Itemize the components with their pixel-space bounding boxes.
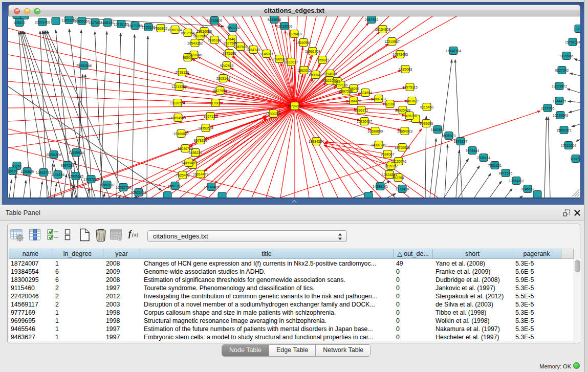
graph-node-label: 12905185 bbox=[68, 174, 83, 178]
graph-node-label: 19654923 bbox=[397, 129, 412, 133]
table-row[interactable]: 911546021997Tourette syndrome. Phenomeno… bbox=[9, 284, 561, 292]
table-row[interactable]: 1456911722003Disruption of a novel membe… bbox=[9, 300, 561, 309]
cell-name: 9699695 bbox=[9, 317, 52, 325]
table-selector-dropdown[interactable]: citations_edges.txt bbox=[147, 230, 347, 242]
cell-out_de: 0 bbox=[394, 268, 433, 276]
graph-node-label: 16648784 bbox=[446, 49, 461, 53]
tab-node-table[interactable]: Node Table bbox=[222, 345, 269, 356]
graph-node[interactable] bbox=[364, 192, 373, 200]
cell-year: 2009 bbox=[103, 268, 140, 276]
graph-node-label: 12353594 bbox=[198, 126, 213, 130]
table-panel: Table Panel f(x) citations_edges.txt nam… bbox=[0, 205, 584, 372]
cell-short: Hescheler et al. (1997) bbox=[433, 333, 512, 341]
cell-pagerank: 5.6E-5 bbox=[512, 268, 561, 276]
split-handle-icon[interactable] bbox=[291, 200, 297, 203]
graph-node-label: 9463627 bbox=[405, 99, 419, 103]
table-row[interactable]: 946362711997Embryonic stem cells: a mode… bbox=[9, 333, 561, 341]
cell-short: Tibbo et al. (1998) bbox=[433, 309, 512, 317]
graph-node-label: 14099489 bbox=[181, 161, 197, 165]
table-row[interactable]: 969969511998Structural magnetic resonanc… bbox=[9, 317, 561, 325]
cell-year: 2008 bbox=[103, 259, 140, 268]
cell-short: Dudbridge et al. (2008) bbox=[433, 276, 512, 284]
graph-node-label: 12213967 bbox=[384, 40, 400, 43]
black-edge[interactable] bbox=[532, 198, 534, 198]
graph-node-label: 9327508 bbox=[224, 41, 237, 45]
float-window-icon[interactable] bbox=[563, 209, 570, 216]
graph-node-label: 1145194 bbox=[51, 173, 64, 177]
graph-node-label: 20364436 bbox=[346, 99, 361, 103]
cell-name: 22420046 bbox=[9, 292, 52, 300]
column-header-short[interactable]: short bbox=[433, 249, 512, 259]
column-header-pagerank[interactable]: pagerank bbox=[512, 249, 561, 259]
column-header-in_degree[interactable]: in_degree bbox=[52, 249, 103, 259]
graph-node-label: 10973493 bbox=[393, 53, 408, 56]
import-table-icon[interactable] bbox=[110, 228, 123, 244]
table-settings-icon[interactable] bbox=[10, 228, 24, 244]
cell-pagerank: 5.5E-5 bbox=[512, 292, 561, 300]
table-row[interactable]: 946554611997Estimation of the future num… bbox=[9, 325, 561, 333]
cell-out_de: 49 bbox=[394, 259, 433, 268]
graph-node-label: 8454749 bbox=[247, 48, 260, 52]
graph-node-label: 9684067 bbox=[381, 152, 395, 156]
graph-node-label: 1527602 bbox=[89, 21, 102, 25]
column-header-name[interactable]: name bbox=[9, 249, 52, 259]
cell-out_de: 0 bbox=[394, 292, 433, 300]
table-vertical-scrollbar[interactable] bbox=[574, 259, 581, 342]
cell-in_degree: 1 bbox=[52, 259, 103, 268]
graph-node-label: 1244415 bbox=[553, 99, 567, 103]
cell-in_degree: 1 bbox=[52, 309, 103, 317]
cell-name: 9777169 bbox=[9, 309, 52, 317]
graph-node-label: 8471676 bbox=[499, 171, 513, 175]
tab-network-table[interactable]: Network Table bbox=[315, 345, 371, 356]
graph-node-label: 15226058 bbox=[197, 30, 212, 33]
close-icon[interactable] bbox=[574, 209, 581, 216]
cell-in_degree: 1 bbox=[52, 317, 103, 325]
graph-node-label: 6879197 bbox=[454, 140, 468, 143]
graph-node[interactable] bbox=[218, 192, 226, 200]
trash-icon[interactable] bbox=[95, 228, 106, 244]
cell-short: Stergiakouli et al. (2012) bbox=[433, 292, 512, 300]
tab-edge-table[interactable]: Edge Table bbox=[269, 345, 315, 356]
column-header-title[interactable]: title bbox=[140, 249, 394, 259]
new-document-icon[interactable] bbox=[78, 228, 91, 244]
select-rows-icon[interactable] bbox=[47, 228, 60, 244]
cell-out_de: 0 bbox=[394, 317, 433, 325]
table-panel-body: f(x) citations_edges.txt namein_degreeye… bbox=[7, 224, 580, 343]
scrollbar-thumb[interactable] bbox=[575, 260, 580, 272]
cell-out_de: 0 bbox=[394, 300, 433, 309]
graph-node-label: 10543362 bbox=[187, 41, 203, 45]
select-columns-icon[interactable] bbox=[29, 228, 42, 244]
table-row[interactable]: 1872400712008Changes of HCN gene express… bbox=[9, 259, 561, 268]
graph-node-label: 917006 bbox=[210, 101, 222, 105]
column-header-year[interactable]: year bbox=[103, 249, 140, 259]
graph-node[interactable] bbox=[163, 192, 171, 200]
table-row[interactable]: 2242004622012Investigating the contribut… bbox=[9, 292, 561, 300]
column-header-out_de[interactable]: △ out_de... bbox=[394, 249, 433, 259]
function-icon[interactable]: f(x) bbox=[128, 228, 141, 242]
memory-ok-indicator bbox=[573, 362, 580, 369]
graph-node[interactable] bbox=[20, 12, 29, 19]
graph-node-label: 10654112 bbox=[509, 179, 524, 183]
graph-node-label: 5498222 bbox=[189, 151, 203, 155]
svg-text:(x): (x) bbox=[132, 231, 139, 238]
graph-node[interactable] bbox=[13, 11, 21, 19]
cell-year: 1997 bbox=[103, 284, 140, 292]
graph-node[interactable] bbox=[533, 191, 541, 199]
graph-node-label: 2867608 bbox=[234, 45, 248, 49]
table-row[interactable]: 977716911998Corpus callosum shape and si… bbox=[9, 309, 561, 317]
cell-pagerank: 5.3E-5 bbox=[512, 309, 561, 317]
graph-node-label: 10655267 bbox=[74, 19, 90, 23]
rows-icon[interactable] bbox=[64, 228, 71, 244]
graph-node-label: 3215955 bbox=[541, 106, 555, 110]
graph-node-label: 9997588 bbox=[61, 164, 75, 167]
cell-in_degree: 2 bbox=[52, 284, 103, 292]
graph-node-label: 405572 bbox=[14, 21, 26, 25]
graph-node-label: 9115460 bbox=[420, 105, 433, 109]
cell-title: Disruption of a novel member of a sodium… bbox=[140, 300, 394, 309]
table-row[interactable]: 1938455462009Genome-wide association stu… bbox=[9, 268, 561, 276]
table-row[interactable]: 1830029562008Estimation of significance … bbox=[9, 276, 561, 284]
graph-node-label: 546 bbox=[229, 37, 235, 41]
graph-node-label: 18300295 bbox=[266, 112, 281, 116]
graph-node[interactable] bbox=[52, 17, 60, 25]
graph-node-label: 8186328 bbox=[208, 38, 222, 42]
